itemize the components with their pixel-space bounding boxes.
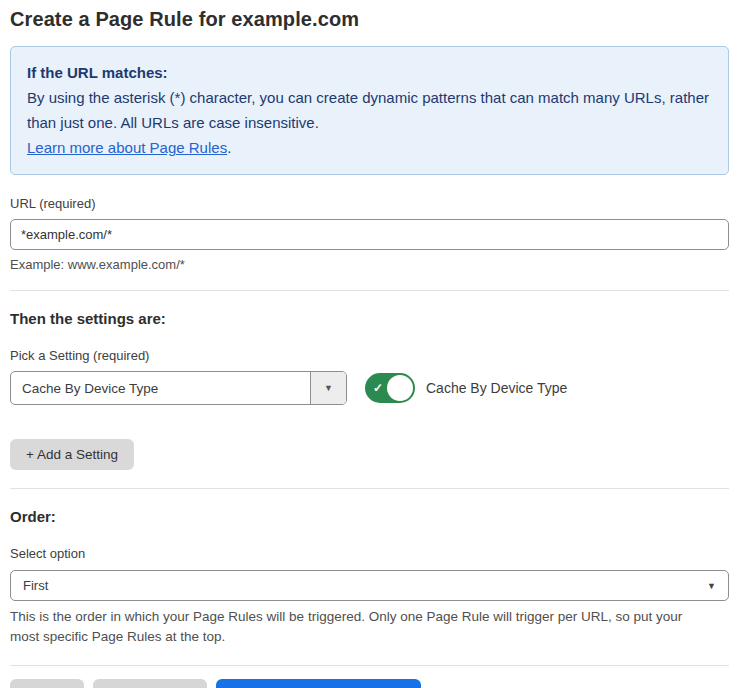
check-icon: ✓: [373, 381, 383, 395]
add-setting-button[interactable]: + Add a Setting: [10, 439, 134, 470]
url-field-label: URL (required): [10, 196, 729, 211]
save-as-draft-button[interactable]: Save as Draft: [93, 679, 207, 688]
cache-device-toggle-group: ✓ Cache By Device Type: [365, 373, 567, 403]
create-page-rule-form: Create a Page Rule for example.com If th…: [0, 0, 750, 688]
order-section-heading: Order:: [10, 508, 729, 525]
info-box-body: By using the asterisk (*) character, you…: [27, 85, 712, 135]
toggle-knob: [387, 375, 413, 401]
link-period: .: [227, 139, 231, 156]
url-input[interactable]: [10, 219, 729, 250]
learn-more-link[interactable]: Learn more about Page Rules: [27, 139, 227, 156]
pick-setting-label: Pick a Setting (required): [10, 348, 729, 363]
chevron-down-icon: ▼: [707, 581, 716, 591]
order-helper-text: This is the order in which your Page Rul…: [10, 607, 710, 647]
chevron-down-icon: ▼: [324, 383, 333, 393]
info-box-heading: If the URL matches:: [27, 60, 712, 85]
setting-select[interactable]: Cache By Device Type ▼: [10, 371, 347, 405]
info-box-link-line: Learn more about Page Rules.: [27, 135, 712, 160]
page-title: Create a Page Rule for example.com: [10, 6, 729, 31]
setting-row: Cache By Device Type ▼ ✓ Cache By Device…: [10, 371, 729, 405]
cache-device-toggle[interactable]: ✓: [365, 373, 415, 403]
action-buttons: Cancel Save as Draft Save and Deploy Pag…: [10, 679, 729, 688]
divider-settings-order: [10, 488, 729, 489]
cancel-button[interactable]: Cancel: [10, 679, 84, 688]
url-match-info-box: If the URL matches: By using the asteris…: [10, 46, 729, 175]
order-select-label: Select option: [10, 546, 729, 561]
divider-order-actions: [10, 665, 729, 666]
settings-section-heading: Then the settings are:: [10, 310, 729, 327]
url-example-helper: Example: www.example.com/*: [10, 257, 729, 272]
save-and-deploy-button[interactable]: Save and Deploy Page Rule: [216, 679, 422, 688]
order-select[interactable]: First ▼: [10, 570, 729, 601]
toggle-label: Cache By Device Type: [426, 380, 567, 396]
setting-select-value: Cache By Device Type: [11, 372, 310, 404]
divider-url-settings: [10, 290, 729, 291]
setting-select-arrow-button[interactable]: ▼: [310, 372, 346, 404]
order-select-value: First: [23, 578, 48, 593]
